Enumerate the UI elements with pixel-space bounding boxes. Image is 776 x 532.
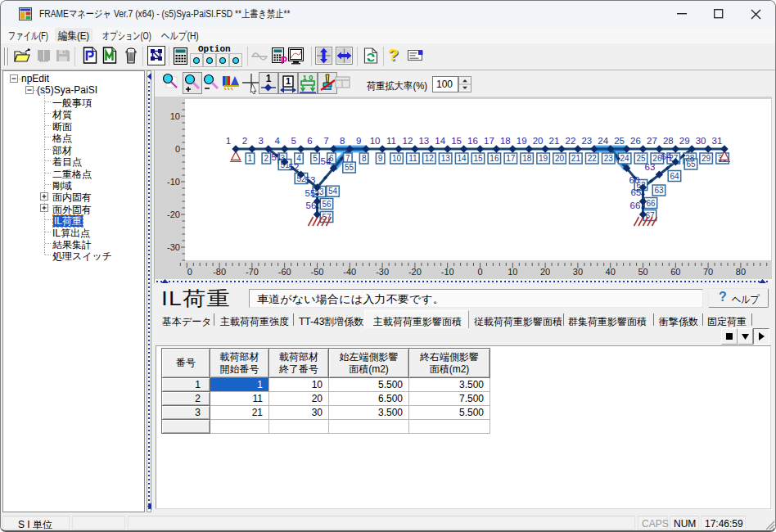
svg-text:-60: -60 [278, 267, 291, 277]
svg-text:50: 50 [638, 267, 647, 277]
svg-text:18: 18 [500, 136, 511, 146]
svg-text:24: 24 [598, 136, 608, 146]
svg-text:8: 8 [340, 136, 345, 146]
svg-text:63: 63 [654, 186, 664, 195]
svg-text:64: 64 [661, 151, 672, 161]
svg-text:7: 7 [323, 136, 328, 146]
svg-text:13: 13 [441, 154, 451, 163]
svg-text:1: 1 [248, 154, 253, 163]
svg-text:65: 65 [686, 160, 696, 169]
svg-text:17: 17 [506, 154, 516, 163]
svg-text:2: 2 [242, 136, 247, 146]
svg-text:15: 15 [451, 136, 462, 146]
svg-text:6: 6 [307, 136, 312, 146]
svg-text:P: P [281, 55, 287, 65]
svg-text:63: 63 [645, 162, 656, 172]
svg-text:0: 0 [175, 144, 180, 154]
svg-text:3: 3 [259, 136, 264, 146]
svg-text:23: 23 [581, 136, 592, 146]
svg-text:31: 31 [712, 136, 723, 146]
svg-text:11: 11 [408, 154, 417, 163]
svg-text:5: 5 [313, 154, 318, 163]
svg-text:0: 0 [477, 267, 482, 277]
svg-text:-70: -70 [246, 267, 259, 277]
svg-text:1: 1 [266, 73, 272, 84]
svg-text:17: 17 [484, 136, 494, 146]
svg-text:29: 29 [702, 154, 711, 163]
svg-text:53: 53 [305, 175, 316, 185]
svg-text:66: 66 [630, 201, 641, 210]
svg-text:-20: -20 [408, 267, 422, 277]
svg-text:22: 22 [588, 154, 598, 163]
svg-text:65: 65 [631, 187, 642, 197]
svg-text:56: 56 [322, 200, 332, 209]
svg-text:-30: -30 [167, 242, 180, 252]
svg-text:-40: -40 [343, 267, 356, 277]
svg-text:26: 26 [630, 136, 641, 146]
svg-text:9: 9 [356, 136, 361, 146]
svg-text:55: 55 [345, 163, 354, 172]
svg-text:60: 60 [629, 175, 640, 185]
svg-text:10: 10 [508, 267, 517, 277]
svg-text:10: 10 [392, 154, 402, 163]
svg-text:51: 51 [272, 152, 282, 162]
svg-text:-20: -20 [167, 210, 180, 219]
svg-text:19: 19 [517, 136, 527, 146]
svg-text:0: 0 [187, 267, 192, 277]
svg-text:18: 18 [522, 154, 532, 163]
svg-text:66: 66 [646, 199, 656, 208]
svg-text:14: 14 [435, 136, 445, 146]
svg-text:60: 60 [670, 267, 680, 277]
svg-text:14: 14 [458, 154, 467, 163]
svg-text:30: 30 [573, 267, 583, 277]
svg-text:4: 4 [274, 136, 280, 146]
svg-text:1: 1 [226, 136, 231, 146]
svg-text:12: 12 [425, 154, 435, 163]
svg-text:23: 23 [604, 154, 614, 163]
svg-text:52: 52 [289, 162, 300, 172]
svg-text:7: 7 [345, 154, 350, 163]
svg-text:10: 10 [370, 136, 381, 146]
svg-text:21: 21 [549, 136, 560, 146]
svg-text:-50: -50 [311, 267, 324, 277]
svg-text:40: 40 [606, 267, 616, 277]
svg-text:56: 56 [306, 201, 317, 210]
svg-text:20: 20 [533, 136, 544, 146]
svg-text:19: 19 [539, 154, 548, 163]
svg-text:2: 2 [264, 154, 269, 163]
svg-text:21: 21 [571, 154, 581, 163]
svg-text:1: 1 [286, 76, 291, 86]
svg-text:16: 16 [490, 154, 499, 163]
svg-text:15: 15 [473, 154, 483, 163]
svg-text:8: 8 [362, 154, 367, 163]
svg-text:27: 27 [647, 136, 657, 146]
svg-text:20: 20 [555, 154, 565, 163]
svg-text:24: 24 [620, 154, 630, 163]
svg-text:10: 10 [170, 111, 180, 121]
svg-text:29: 29 [679, 136, 690, 146]
svg-text:70: 70 [703, 267, 713, 277]
svg-text:80: 80 [736, 267, 746, 277]
svg-text:13: 13 [418, 136, 429, 146]
svg-text:16: 16 [467, 136, 478, 146]
svg-text:64: 64 [670, 172, 679, 181]
svg-text:-80: -80 [213, 267, 226, 277]
svg-text:54: 54 [328, 187, 338, 196]
svg-text:-30: -30 [376, 267, 389, 277]
svg-text:9: 9 [378, 154, 383, 163]
svg-text:25: 25 [614, 136, 625, 146]
svg-text:11: 11 [386, 136, 396, 146]
svg-text:20: 20 [540, 267, 550, 277]
svg-text:-10: -10 [441, 267, 454, 277]
svg-text:5: 5 [291, 136, 296, 146]
svg-text:30: 30 [696, 136, 706, 146]
svg-text:55: 55 [305, 188, 316, 198]
svg-text:54: 54 [321, 156, 332, 166]
svg-text:22: 22 [566, 136, 576, 146]
svg-text:12: 12 [403, 136, 413, 146]
svg-text:28: 28 [663, 136, 674, 146]
svg-text:-10: -10 [167, 177, 180, 187]
